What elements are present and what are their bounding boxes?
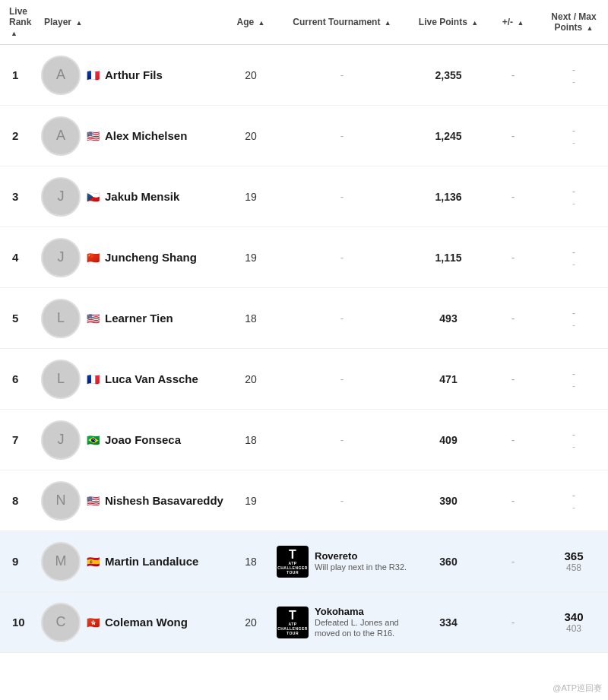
age-cell: 18 (228, 556, 274, 568)
player-cell: N🇺🇸Nishesh Basavareddy (38, 481, 228, 521)
player-name: Martin Landaluce (105, 555, 198, 568)
nextmax-cell: -- (540, 185, 608, 208)
challenger-logo: TATPCHALLENGERTOUR (277, 546, 309, 578)
tournament-dash: - (340, 191, 344, 202)
age-label: Age (237, 17, 255, 27)
tournament-cell: - (274, 130, 410, 141)
live-rank-label: Live Rank (9, 6, 31, 27)
tournament-info: TATPCHALLENGERTOURRoveretoWill play next… (274, 546, 410, 578)
flag-icon: 🇺🇸 (85, 496, 100, 506)
player-name: Luca Van Assche (105, 372, 198, 385)
header-nextmax[interactable]: Next / Max Points ▲ (540, 11, 608, 33)
rank-sort-icon[interactable]: ▲ (11, 30, 17, 37)
tournament-dash: - (340, 312, 344, 324)
table-row: 9M🇪🇸Martin Landaluce18TATPCHALLENGERTOUR… (0, 531, 608, 592)
flag-icon: 🇨🇳 (85, 252, 100, 263)
player-label: Player (44, 17, 71, 27)
tournament-dash: - (340, 252, 344, 263)
tournament-status: Defeated L. Jones and moved on to the R1… (315, 617, 407, 639)
nextmax-cell: -- (540, 125, 608, 147)
plusminus-cell: - (486, 556, 540, 568)
rank-cell: 2 (0, 129, 38, 142)
table-row: 6L🇫🇷Luca Van Assche20-471--- (0, 349, 608, 410)
rank-cell: 3 (0, 190, 38, 203)
avatar: J (41, 177, 81, 217)
nextmax-cell: -- (540, 368, 608, 391)
plusminus-cell: - (486, 130, 540, 142)
player-name: Arthur Fils (105, 68, 163, 81)
plusminus-cell: - (486, 495, 540, 507)
nextmax-dash: -- (572, 489, 575, 512)
age-cell: 18 (228, 312, 274, 325)
rank-cell: 6 (0, 372, 38, 385)
age-cell: 18 (228, 434, 274, 446)
plusminus-cell: - (486, 191, 540, 203)
tournament-detail: YokohamaDefeated L. Jones and moved on t… (315, 606, 407, 639)
livepoints-cell: 390 (410, 495, 486, 507)
player-cell: A🇫🇷Arthur Fils (38, 55, 228, 95)
nextmax-bottom: 458 (540, 562, 608, 573)
header-tournament[interactable]: Current Tournament ▲ (274, 17, 410, 27)
flag-icon: 🇪🇸 (85, 556, 100, 567)
nextmax-dash: -- (572, 64, 575, 87)
tournament-sort-icon[interactable]: ▲ (385, 19, 391, 27)
table-row: 1A🇫🇷Arthur Fils20-2,355--- (0, 45, 608, 106)
livepoints-cell: 1,245 (410, 130, 486, 142)
rank-cell: 8 (0, 494, 38, 507)
header-rank[interactable]: Live Rank ▲ (0, 6, 38, 38)
header-livepoints[interactable]: Live Points ▲ (410, 17, 486, 27)
player-cell: J🇨🇳Juncheng Shang (38, 238, 228, 277)
nextmax-top: 340 (540, 610, 608, 623)
avatar: M (41, 542, 81, 581)
avatar: L (41, 299, 81, 338)
tournament-dash: - (340, 130, 344, 141)
nextmax-dash: -- (572, 368, 575, 391)
nextmax-cell: -- (540, 64, 608, 87)
nextmax-bottom: 403 (540, 623, 608, 634)
header-plusminus[interactable]: +/- ▲ (486, 17, 540, 27)
plusminus-sort-icon[interactable]: ▲ (517, 19, 524, 27)
avatar: N (41, 481, 81, 521)
header-player[interactable]: Player ▲ (38, 17, 228, 27)
header-age[interactable]: Age ▲ (228, 17, 274, 27)
avatar: J (41, 420, 81, 460)
livepoints-cell: 334 (410, 616, 486, 629)
player-cell: L🇺🇸Learner Tien (38, 299, 228, 338)
tournament-detail: RoveretoWill play next in the R32. (315, 550, 407, 572)
tournament-dash: - (340, 495, 344, 506)
player-name: Nishesh Basavareddy (105, 494, 223, 507)
tournament-cell: - (274, 373, 410, 385)
nextmax-dash: -- (572, 185, 575, 208)
table-row: 5L🇺🇸Learner Tien18-493--- (0, 288, 608, 349)
player-name: Coleman Wong (105, 616, 188, 629)
age-cell: 20 (228, 616, 274, 629)
player-cell: A🇺🇸Alex Michelsen (38, 116, 228, 156)
table-header: Live Rank ▲ Player ▲ Age ▲ Current Tourn… (0, 0, 608, 45)
tournament-cell: TATPCHALLENGERTOURRoveretoWill play next… (274, 546, 410, 578)
age-cell: 19 (228, 495, 274, 507)
tournament-cell: - (274, 191, 410, 202)
player-name: Alex Michelsen (105, 129, 187, 142)
player-sort-icon[interactable]: ▲ (75, 19, 82, 27)
player-cell: J🇧🇷Joao Fonseca (38, 420, 228, 460)
tournament-dash: - (340, 373, 344, 385)
nextmax-cell: -- (540, 307, 608, 330)
livepoints-cell: 409 (410, 434, 486, 446)
rank-cell: 1 (0, 68, 38, 81)
livepoints-cell: 360 (410, 556, 486, 568)
age-cell: 20 (228, 69, 274, 81)
challenger-logo: TATPCHALLENGERTOUR (277, 607, 309, 638)
avatar: C (41, 603, 81, 642)
plusminus-cell: - (486, 434, 540, 446)
livepoints-sort-icon[interactable]: ▲ (471, 19, 478, 27)
age-sort-icon[interactable]: ▲ (258, 19, 265, 27)
nextmax-cell: 365458 (540, 550, 608, 573)
tournament-info: TATPCHALLENGERTOURYokohamaDefeated L. Jo… (274, 606, 410, 639)
tournament-name: Yokohama (315, 606, 407, 617)
livepoints-label: Live Points (419, 17, 467, 27)
age-cell: 20 (228, 373, 274, 385)
flag-icon: 🇫🇷 (85, 374, 100, 385)
player-name: Learner Tien (105, 312, 173, 325)
nextmax-sort-icon[interactable]: ▲ (587, 24, 594, 32)
tournament-cell: - (274, 434, 410, 445)
